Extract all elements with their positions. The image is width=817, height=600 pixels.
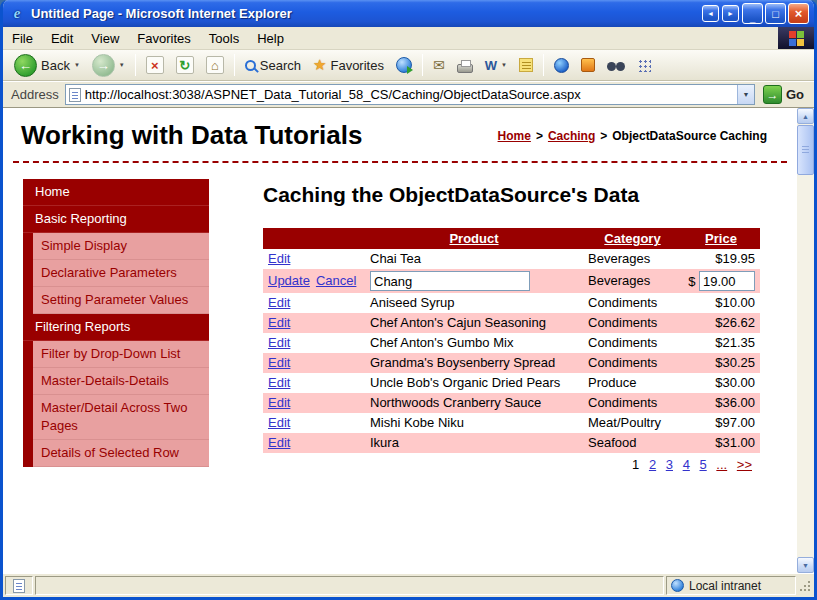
pager-ellipsis-link[interactable]: ... <box>716 457 727 472</box>
sort-price-link[interactable]: Price <box>705 231 737 246</box>
search-button[interactable]: Search <box>240 55 306 76</box>
scroll-down-button[interactable]: ▼ <box>797 557 814 573</box>
cancel-link[interactable]: Cancel <box>316 273 356 288</box>
edit-link[interactable]: Edit <box>268 415 290 430</box>
menu-tools[interactable]: Tools <box>200 27 248 49</box>
edit-link[interactable]: Edit <box>268 395 290 410</box>
refresh-button[interactable]: ↻ <box>171 53 199 77</box>
price-cell: $97.00 <box>682 413 760 433</box>
update-link[interactable]: Update <box>268 273 310 288</box>
media-button[interactable] <box>391 54 417 76</box>
sidebar-item-declarative-parameters[interactable]: Declarative Parameters <box>33 260 209 287</box>
mail-button[interactable]: ✉ <box>428 54 450 76</box>
favorites-label: Favorites <box>330 58 383 73</box>
sidebar-item-simple-display[interactable]: Simple Display <box>33 233 209 260</box>
forward-dropdown-icon[interactable]: ▼ <box>119 62 125 68</box>
word-icon: W <box>485 58 497 73</box>
price-cell: $21.35 <box>682 333 760 353</box>
print-button[interactable] <box>452 54 478 76</box>
page-heading: Caching the ObjectDataSource's Data <box>263 181 663 208</box>
table-row: Edit Chef Anton's Cajun Seasoning Condim… <box>263 313 760 333</box>
price-cell: $26.62 <box>682 313 760 333</box>
minimize-button[interactable]: _ <box>742 3 763 24</box>
sidebar-item-setting-parameter-values[interactable]: Setting Parameter Values <box>33 287 209 314</box>
home-button[interactable]: ⌂ <box>201 53 229 77</box>
address-dropdown-button[interactable]: ▼ <box>737 85 754 104</box>
status-bar: Local intranet <box>3 573 814 597</box>
favorites-button[interactable]: ★ Favorites <box>308 53 389 77</box>
toolbar-separator <box>422 54 423 76</box>
sidebar-item-details-of-selected-row[interactable]: Details of Selected Row <box>33 440 209 467</box>
product-name-input[interactable] <box>370 271 530 291</box>
table-row: Edit Northwoods Cranberry Sauce Condimen… <box>263 393 760 413</box>
menu-help[interactable]: Help <box>248 27 293 49</box>
edit-link[interactable]: Edit <box>268 335 290 350</box>
window-title: Untitled Page - Microsoft Internet Explo… <box>31 6 697 21</box>
sort-category-link[interactable]: Category <box>604 231 660 246</box>
back-button[interactable]: ← Back ▼ <box>9 51 85 80</box>
research-button[interactable] <box>602 55 630 76</box>
nav-left-button[interactable]: ◄ <box>702 5 719 22</box>
back-dropdown-icon[interactable]: ▼ <box>74 62 80 68</box>
menu-view[interactable]: View <box>82 27 128 49</box>
sidebar-item-master-detail-across-two-pages[interactable]: Master/Detail Across Two Pages <box>33 395 209 440</box>
pager-page-2-link[interactable]: 2 <box>649 457 656 472</box>
category-cell: Beverages <box>583 269 682 293</box>
sidebar-item-master-details-details[interactable]: Master-Details-Details <box>33 368 209 395</box>
edit-link[interactable]: Edit <box>268 375 290 390</box>
dot-grid-icon <box>637 58 651 72</box>
edit-with-word-button[interactable]: W ▼ <box>480 55 512 76</box>
pager-next-link[interactable]: >> <box>737 457 752 472</box>
price-cell: $30.00 <box>682 373 760 393</box>
category-cell: Condiments <box>583 313 682 333</box>
price-input[interactable] <box>699 271 755 291</box>
scrollbar-thumb[interactable] <box>797 125 814 175</box>
sidebar-section-basic-reporting[interactable]: Basic Reporting <box>23 206 209 233</box>
edit-link[interactable]: Edit <box>268 315 290 330</box>
print-icon <box>457 64 473 73</box>
edit-link[interactable]: Edit <box>268 295 290 310</box>
breadcrumb-caching-link[interactable]: Caching <box>548 129 595 143</box>
address-field: ▼ <box>65 84 755 105</box>
go-button[interactable]: → Go <box>761 85 810 104</box>
edit-dropdown-icon[interactable]: ▼ <box>501 62 507 68</box>
category-cell: Produce <box>583 373 682 393</box>
product-cell: Aniseed Syrup <box>365 293 583 313</box>
breadcrumb-home-link[interactable]: Home <box>498 129 531 143</box>
pager-page-3-link[interactable]: 3 <box>666 457 673 472</box>
scroll-up-button[interactable]: ▲ <box>797 108 814 124</box>
home-icon: ⌂ <box>211 58 219 73</box>
discuss-button[interactable] <box>514 55 538 75</box>
menu-file[interactable]: File <box>3 27 42 49</box>
pager-page-5-link[interactable]: 5 <box>699 457 706 472</box>
menu-edit[interactable]: Edit <box>42 27 82 49</box>
sidebar-item-home[interactable]: Home <box>23 179 209 206</box>
breadcrumb: Home > Caching > ObjectDataSource Cachin… <box>498 129 777 143</box>
page-icon <box>69 88 81 102</box>
address-input[interactable] <box>85 85 733 104</box>
scrollbar-track[interactable] <box>797 176 814 557</box>
sidebar-nav: Home Basic Reporting Simple Display Decl… <box>23 179 209 467</box>
stop-button[interactable]: × <box>141 53 169 77</box>
quick-links-button[interactable] <box>632 55 656 75</box>
forward-button[interactable]: → ▼ <box>87 51 130 80</box>
resize-grip[interactable] <box>798 579 812 593</box>
back-label: Back <box>41 58 70 73</box>
maximize-button[interactable]: □ <box>765 3 786 24</box>
pager-page-4-link[interactable]: 4 <box>683 457 690 472</box>
nav-right-button[interactable]: ► <box>722 5 739 22</box>
edit-link[interactable]: Edit <box>268 251 290 266</box>
menu-favorites[interactable]: Favorites <box>128 27 199 49</box>
mail-icon: ✉ <box>433 57 445 73</box>
sidebar-section-filtering-reports[interactable]: Filtering Reports <box>23 314 209 341</box>
toolbar-separator <box>234 54 235 76</box>
sidebar-item-filter-by-drop-down-list[interactable]: Filter by Drop-Down List <box>33 341 209 368</box>
price-cell: $10.00 <box>682 293 760 313</box>
edit-link[interactable]: Edit <box>268 355 290 370</box>
close-button[interactable]: × <box>788 3 809 24</box>
edit-link[interactable]: Edit <box>268 435 290 450</box>
sort-product-link[interactable]: Product <box>449 231 498 246</box>
toolbar-separator <box>543 54 544 76</box>
msn-button[interactable] <box>576 55 600 75</box>
messenger-button[interactable] <box>549 55 574 76</box>
